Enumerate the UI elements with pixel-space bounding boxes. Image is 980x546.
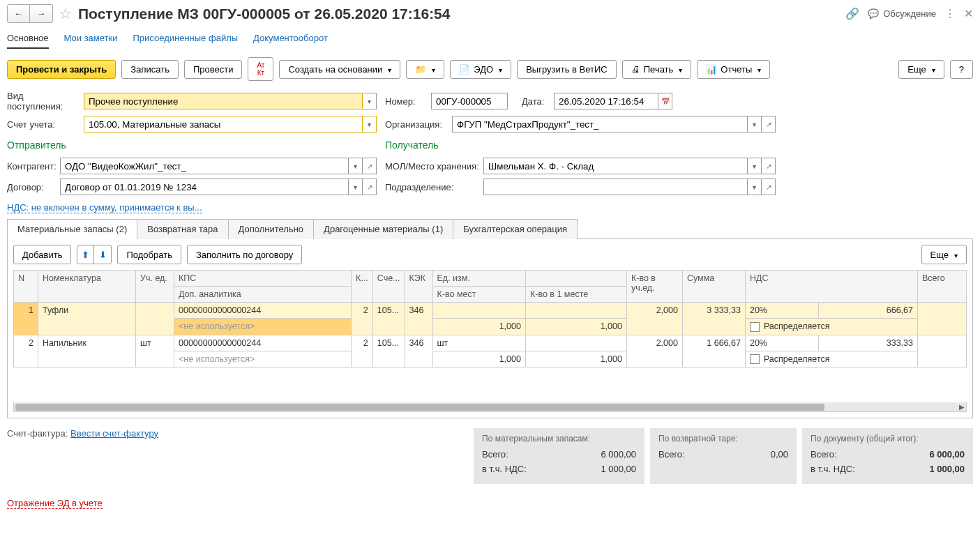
subdiv-input[interactable] — [483, 179, 748, 195]
table-more-button[interactable]: Еще — [921, 245, 967, 264]
vetis-button[interactable]: Выгрузить в ВетИС — [517, 60, 617, 79]
report-icon: 📊 — [706, 64, 717, 75]
col-meas: Ед. изм. — [432, 271, 525, 287]
org-dropdown-icon[interactable]: ▾ — [748, 116, 762, 132]
mol-dropdown-icon[interactable]: ▾ — [748, 158, 762, 174]
print-button[interactable]: 🖨Печать — [622, 60, 692, 79]
more-menu-icon[interactable]: ⋮ — [944, 7, 956, 20]
folder-icon: 📁 — [415, 64, 426, 75]
nav-files[interactable]: Присоединенные файлы — [133, 33, 239, 49]
materials-nds: 1 000,00 — [601, 464, 636, 474]
sf-label: Счет-фактура: — [7, 428, 68, 439]
post-close-button[interactable]: Провести и закрыть — [7, 60, 116, 79]
chat-icon: 💬 — [868, 8, 879, 19]
table-more-label: Еще — [930, 250, 949, 260]
totals-materials-title: По материальным запасам: — [482, 434, 636, 443]
enter-invoice-link[interactable]: Ввести счет-фактуру — [70, 428, 158, 439]
attach-button[interactable]: 📁 — [406, 60, 444, 79]
nav-main[interactable]: Основное — [7, 33, 49, 49]
totals-returnable-title: По возвратной таре: — [658, 434, 788, 443]
move-up-button[interactable]: ⬆ — [77, 245, 94, 264]
totals-doc-title: По документу (общий итог): — [811, 434, 965, 443]
calendar-icon[interactable]: 📅 — [658, 93, 672, 109]
col-nomen: Номенклатура — [38, 271, 136, 303]
pick-button[interactable]: Подобрать — [117, 245, 181, 264]
type-input[interactable] — [84, 93, 363, 109]
account-dropdown-icon[interactable]: ▾ — [363, 116, 377, 132]
ed-reflection-link[interactable]: Отражение ЭД в учете — [7, 498, 103, 509]
contract-input[interactable] — [60, 179, 349, 195]
col-kek: КЭК — [405, 271, 432, 303]
contragent-label: Контрагент: — [7, 161, 56, 172]
col-kps: КПС — [174, 271, 352, 287]
number-label: Номер: — [385, 96, 427, 107]
tab-accounting[interactable]: Бухгалтерская операция — [453, 219, 578, 239]
contract-label: Договор: — [7, 182, 56, 192]
materials-table: N Номенклатура Уч. ед. КПС К... Сче... К… — [13, 270, 967, 402]
more-button[interactable]: Еще — [898, 60, 944, 79]
sender-title: Отправитель — [7, 139, 377, 151]
create-based-button[interactable]: Создать на основании — [279, 60, 400, 79]
tab-precious[interactable]: Драгоценные материалы (1) — [313, 219, 453, 239]
contragent-dropdown-icon[interactable]: ▾ — [349, 158, 363, 174]
number-input[interactable] — [431, 93, 508, 109]
nav-docflow[interactable]: Документооборот — [253, 33, 328, 49]
favorite-star-icon[interactable]: ☆ — [59, 5, 73, 23]
account-label: Счет учета: — [7, 119, 80, 130]
tab-returnable[interactable]: Возвратная тара — [137, 219, 228, 239]
reports-label: Отчеты — [721, 64, 752, 75]
col-mest: К-во мест — [432, 287, 525, 303]
receiver-title: Получатель — [385, 139, 776, 151]
contragent-input[interactable] — [60, 158, 349, 174]
tab-additional[interactable]: Дополнительно — [228, 219, 315, 239]
discuss-button[interactable]: 💬 Обсуждение — [868, 8, 936, 19]
distribute-checkbox[interactable] — [750, 322, 760, 332]
col-total: Всего — [918, 271, 967, 303]
nds-settings-link[interactable]: НДС: не включен в сумму, принимается к в… — [7, 202, 202, 213]
type-dropdown-icon[interactable]: ▾ — [363, 93, 377, 109]
nav-back-button[interactable]: ← — [7, 4, 30, 23]
doc-total: 6 000,00 — [929, 449, 965, 460]
link-icon[interactable]: 🔗 — [845, 7, 859, 20]
reports-button[interactable]: 📊Отчеты — [697, 60, 770, 79]
edo-button[interactable]: 📄ЭДО — [450, 60, 511, 79]
more-label: Еще — [907, 64, 926, 75]
post-button[interactable]: Провести — [184, 60, 243, 79]
subdiv-dropdown-icon[interactable]: ▾ — [748, 179, 762, 195]
doc-icon: 📄 — [459, 64, 470, 75]
date-input[interactable] — [554, 93, 658, 109]
contragent-open-icon[interactable]: ↗ — [363, 158, 377, 174]
subdiv-open-icon[interactable]: ↗ — [762, 179, 776, 195]
contract-dropdown-icon[interactable]: ▾ — [349, 179, 363, 195]
doc-nds: 1 000,00 — [929, 464, 965, 474]
materials-total: 6 000,00 — [601, 449, 636, 460]
discuss-label: Обсуждение — [883, 8, 936, 19]
help-button[interactable]: ? — [950, 60, 973, 79]
tab-materials[interactable]: Материальные запасы (2) — [7, 219, 137, 239]
org-open-icon[interactable]: ↗ — [762, 116, 776, 132]
col-unit: Уч. ед. — [136, 271, 174, 303]
fill-contract-button[interactable]: Заполнить по договору — [187, 245, 302, 264]
move-down-button[interactable]: ⬇ — [94, 245, 111, 264]
add-row-button[interactable]: Добавить — [13, 245, 71, 264]
col-acc: Сче... — [372, 271, 405, 303]
returnable-total: 0,00 — [771, 449, 788, 460]
close-icon[interactable]: ✕ — [964, 7, 973, 20]
table-row[interactable]: 2 Напильник шт 00000000000000244 2 105..… — [14, 335, 967, 351]
distribute-checkbox[interactable] — [750, 354, 760, 364]
mol-input[interactable] — [483, 158, 748, 174]
subdiv-label: Подразделение: — [385, 182, 479, 192]
col-sum: Сумма — [682, 271, 745, 303]
org-input[interactable] — [452, 116, 748, 132]
col-v1: К-во в 1 месте — [525, 287, 626, 303]
account-input[interactable] — [84, 116, 363, 132]
nav-notes[interactable]: Мои заметки — [64, 33, 118, 49]
mol-open-icon[interactable]: ↗ — [762, 158, 776, 174]
contract-open-icon[interactable]: ↗ — [363, 179, 377, 195]
col-nds: НДС — [745, 271, 917, 303]
table-row[interactable]: 1 Туфли 00000000000000244 2 105... 346 2… — [14, 303, 967, 319]
horizontal-scrollbar[interactable]: ▶ — [13, 402, 967, 412]
save-button[interactable]: Записать — [121, 60, 179, 79]
atkt-button[interactable]: АтКт — [248, 57, 273, 81]
nav-forward-button[interactable]: → — [30, 4, 53, 23]
